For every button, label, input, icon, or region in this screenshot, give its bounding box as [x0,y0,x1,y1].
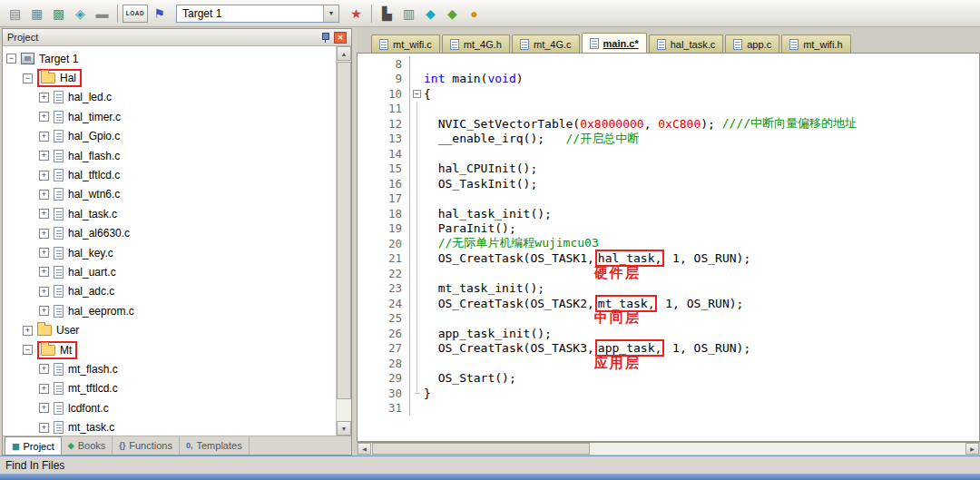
rebuild-all-icon[interactable]: ▩ [48,3,69,24]
editor-tab-main-c[interactable]: main.c* [582,33,647,53]
document-icon [733,39,742,50]
document-icon [450,39,459,50]
code-token: OS_CreatTask(OS_TASK1, [424,251,594,265]
expand-icon[interactable]: + [39,93,49,103]
line-number: 14 [358,146,410,162]
templates-window-icon[interactable]: ● [464,3,485,24]
editor-tab-app-c[interactable]: app.c [725,34,779,53]
scroll-up-icon[interactable]: ▲ [337,46,351,61]
expand-icon[interactable]: + [39,112,49,122]
tree-item-label: lcdfont.c [68,402,109,415]
collapse-icon[interactable]: − [6,54,16,64]
expand-icon[interactable]: + [39,267,49,277]
code-token: 0x8000000 [580,117,643,131]
code-line: 31 [358,401,979,416]
translate-file-icon[interactable]: ▤ [5,3,25,24]
books-window-icon[interactable]: ◆ [420,3,441,24]
code-token: 0xC800 [658,117,701,131]
scroll-down-icon[interactable]: ▼ [337,421,351,436]
tree-item-hal-flash-c[interactable]: +hal_flash.c [3,146,336,165]
fold-collapse-icon[interactable]: − [413,90,421,98]
collapse-icon[interactable]: − [23,345,33,355]
panel-tab-project[interactable]: ▦Project [5,436,62,455]
expand-icon[interactable]: + [39,190,49,200]
expand-icon[interactable]: + [39,171,49,181]
close-panel-button[interactable]: ✕ [334,32,347,44]
build-target-icon[interactable]: ▦ [26,3,47,24]
panel-tab-books[interactable]: ◆Books [62,436,113,455]
tree-item-hal-wtn6-c[interactable]: +hal_wtn6.c [3,185,336,204]
editor-tab-hal-task-c[interactable]: hal_task.c [649,34,724,53]
tree-item-label: Hal [60,72,76,84]
expand-icon[interactable]: + [39,306,49,316]
expand-icon[interactable]: + [39,151,49,161]
collapse-icon[interactable]: − [23,73,33,83]
tree-item-target-1[interactable]: −Target 1 [3,49,336,68]
tree-item-mt-task-c[interactable]: +mt_task.c [3,417,336,436]
tree-item-hal-timer-c[interactable]: +hal_timer.c [3,107,336,126]
tree-item-hal-gpio-c[interactable]: +hal_Gpio.c [3,127,336,146]
scroll-right-icon[interactable]: ▶ [965,443,979,455]
download-to-flash-icon[interactable]: LOAD [122,5,148,23]
batch-build-icon[interactable]: ◈ [70,3,91,24]
code-line: 8 [358,56,979,72]
tree-item-hal-al6630-c[interactable]: +hal_al6630.c [3,224,336,243]
editor-horizontal-scrollbar[interactable]: ◀ ▶ [357,442,980,456]
options-for-target-icon[interactable]: ★ [346,3,367,24]
tree-item-user[interactable]: +User [3,320,336,339]
editor-tab-mt-4g-c[interactable]: mt_4G.c [512,34,580,53]
scroll-left-icon[interactable]: ◀ [358,443,371,455]
panel-tab-functions[interactable]: {}Functions [113,436,180,455]
tree-item-lcdfont-c[interactable]: +lcdfont.c [3,398,336,417]
tree-item-mt-flash-c[interactable]: +mt_flash.c [3,359,336,378]
editor-tab-mt-wifi-h[interactable]: mt_wifi.h [781,34,850,53]
functions-window-icon[interactable]: ◆ [442,3,463,24]
code-text: __enable_irq(); //开启总中断 [424,131,639,147]
editor-tab-mt-wifi-c[interactable]: mt_wifi.c [371,34,440,53]
chevron-down-icon[interactable]: ▼ [323,5,338,22]
debug-flag-icon[interactable]: ⚑ [149,3,170,24]
tree-item-hal-uart-c[interactable]: +hal_uart.c [3,262,336,281]
expand-icon[interactable]: + [39,248,49,258]
pin-icon[interactable] [318,32,331,44]
expand-icon[interactable]: + [39,364,49,374]
code-line: 26 app_task_init(); [358,326,979,341]
code-token: NVIC_SetVectorTable( [424,117,580,131]
line-number: 18 [358,206,410,221]
expand-icon[interactable]: + [39,209,49,219]
code-line: 21 OS_CreatTask(OS_TASK1,hal_task, 1, OS… [358,251,979,267]
expand-icon[interactable]: + [39,132,49,142]
line-number: 8 [358,56,410,72]
manage-project-items-icon[interactable]: ▙ [377,3,397,24]
fold-margin [410,371,424,387]
expand-icon[interactable]: + [39,287,49,297]
code-editor[interactable]: 89int main(void)10−{1112 NVIC_SetVectorT… [357,54,980,442]
file-extensions-icon[interactable]: ▥ [398,3,419,24]
tree-item-hal[interactable]: −Hal [3,68,336,87]
tree-item-hal-led-c[interactable]: +hal_led.c [3,88,336,107]
editor-scrollbar-thumb[interactable] [372,443,590,455]
line-number: 10 [358,86,410,102]
tree-item-mt[interactable]: −Mt [3,340,336,359]
code-line: 15 hal_CPUInit(); [358,162,979,177]
tree-item-hal-task-c[interactable]: +hal_task.c [3,204,336,223]
tree-item-hal-key-c[interactable]: +hal_key.c [3,243,336,262]
tree-scrollbar-thumb[interactable] [337,62,351,399]
expand-icon[interactable]: + [39,403,49,413]
editor-tab-mt-4g-h[interactable]: mt_4G.h [442,34,510,53]
expand-icon[interactable]: + [39,229,49,239]
line-number: 11 [358,102,410,117]
expand-icon[interactable]: + [39,423,49,433]
panel-tab-templates[interactable]: 0,Templates [180,436,250,455]
tree-item-hal-tftlcd-c[interactable]: +hal_tftlcd.c [3,165,336,184]
expand-icon[interactable]: + [23,326,33,336]
line-number: 12 [358,116,410,132]
stop-build-icon[interactable]: ▬ [92,3,113,24]
target-select[interactable]: Target 1▼ [176,5,339,23]
tree-item-hal-eeprom-c[interactable]: +hal_eeprom.c [3,301,336,320]
tree-item-hal-adc-c[interactable]: +hal_adc.c [3,282,336,301]
expand-icon[interactable]: + [39,384,49,394]
tree-item-mt-tftlcd-c[interactable]: +mt_tftlcd.c [3,379,336,398]
fold-margin [410,221,424,237]
tree-vertical-scrollbar[interactable]: ▲ ▼ [336,46,351,436]
